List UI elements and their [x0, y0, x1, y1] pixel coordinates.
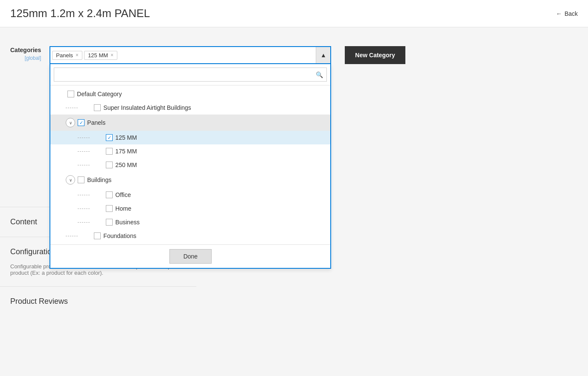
tag-panels-label: Panels	[56, 52, 73, 59]
tree-item-125mm[interactable]: ✓ 125 MM	[50, 131, 330, 144]
search-input-wrap: 🔍	[54, 68, 327, 82]
dashed-connector-250mm	[78, 165, 90, 165]
tag-125mm-label: 125 MM	[88, 52, 108, 59]
done-bar: Done	[50, 244, 330, 268]
tree-label-panels: Panels	[87, 119, 105, 126]
tree-item-175mm[interactable]: 175 MM	[50, 144, 330, 158]
categories-field-row: Categories [global] Panels × 125 MM ×	[0, 38, 196, 73]
checkbox-default[interactable]	[67, 91, 74, 97]
tree-label-super-insulated: Super Insulated Airtight Buildings	[103, 104, 191, 111]
product-reviews-section-title: Product Reviews	[0, 290, 196, 313]
back-label: Back	[565, 10, 578, 17]
buildings-toggle-btn[interactable]: ∨	[66, 175, 75, 185]
chevron-up-icon: ▲	[320, 52, 326, 59]
checkbox-business[interactable]	[106, 219, 113, 226]
checkbox-175mm[interactable]	[106, 148, 113, 155]
back-link[interactable]: ← Back	[556, 10, 578, 17]
tree-item-office[interactable]: Office	[50, 188, 330, 202]
tree-item-250mm[interactable]: 250 MM	[50, 158, 330, 172]
tag-125mm[interactable]: 125 MM ×	[84, 51, 117, 60]
checkbox-foundations[interactable]	[94, 232, 101, 239]
dashed-connector-office	[78, 195, 90, 195]
tree-item-default[interactable]: Default Category	[50, 87, 330, 101]
main-content: Categories [global] Panels × 125 MM ×	[0, 27, 588, 323]
tree-label-buildings: Buildings	[87, 176, 111, 183]
panels-toggle-btn[interactable]: ∨	[66, 118, 75, 127]
tree-item-business[interactable]: Business	[50, 215, 330, 229]
page-header: 125mm 1.2m x 2.4m PANEL ← Back	[0, 0, 588, 27]
tree-label-175mm: 175 MM	[115, 148, 137, 155]
categories-label: Categories	[10, 46, 41, 55]
tree-label-office: Office	[115, 191, 131, 198]
tree-label-foundations: Foundations	[103, 232, 136, 239]
checkbox-office[interactable]	[106, 191, 113, 198]
tree-label-125mm: 125 MM	[115, 134, 137, 141]
tag-125mm-remove[interactable]: ×	[111, 53, 114, 58]
tree-item-panels[interactable]: ∨ ✓ Panels	[50, 115, 330, 131]
checkbox-home[interactable]	[106, 205, 113, 212]
checkbox-250mm[interactable]	[106, 162, 113, 168]
category-tree-list: Default Category Super Insulated Airtigh…	[50, 85, 330, 244]
dropdown-toggle-btn[interactable]: ▲	[316, 47, 330, 63]
dashed-connector-home	[78, 209, 90, 209]
search-icon: 🔍	[316, 71, 323, 78]
tree-label-default: Default Category	[77, 91, 122, 97]
tag-panels[interactable]: Panels ×	[52, 51, 82, 60]
page-title: 125mm 1.2m x 2.4m PANEL	[10, 7, 150, 20]
tree-label-business: Business	[115, 219, 140, 226]
category-search-input[interactable]	[54, 68, 326, 81]
categories-scope: [global]	[10, 55, 41, 62]
dashed-connector-super	[66, 108, 78, 108]
left-labels: Categories [global] Panels × 125 MM ×	[0, 38, 196, 313]
tree-item-buildings[interactable]: ∨ Buildings	[50, 172, 330, 188]
back-arrow-icon: ←	[556, 10, 562, 17]
product-reviews-divider	[0, 286, 196, 287]
dashed-connector-business	[78, 222, 90, 223]
checkbox-125mm[interactable]: ✓	[106, 134, 113, 141]
category-tags-input[interactable]: Panels × 125 MM × ▲	[49, 46, 331, 64]
dashed-connector-125mm	[78, 138, 90, 138]
dashed-connector-foundations	[66, 236, 78, 236]
category-selector[interactable]: Panels × 125 MM × ▲	[49, 46, 331, 64]
done-button[interactable]: Done	[169, 249, 212, 264]
new-category-button[interactable]: New Category	[345, 46, 405, 64]
tag-panels-remove[interactable]: ×	[76, 53, 79, 58]
tree-label-250mm: 250 MM	[115, 162, 137, 168]
checkbox-panels[interactable]: ✓	[78, 119, 84, 126]
checkbox-super-insulated[interactable]	[94, 104, 101, 111]
tree-item-home[interactable]: Home	[50, 202, 330, 215]
tree-item-super-insulated[interactable]: Super Insulated Airtight Buildings	[50, 101, 330, 115]
search-box: 🔍	[50, 64, 330, 85]
category-dropdown: 🔍 Default Category	[49, 64, 331, 269]
tree-item-foundations[interactable]: Foundations	[50, 229, 330, 243]
tree-label-home: Home	[115, 205, 131, 212]
categories-label-group: Categories [global]	[10, 46, 49, 62]
dashed-connector-175mm	[78, 151, 90, 152]
checkbox-buildings[interactable]	[78, 176, 84, 183]
